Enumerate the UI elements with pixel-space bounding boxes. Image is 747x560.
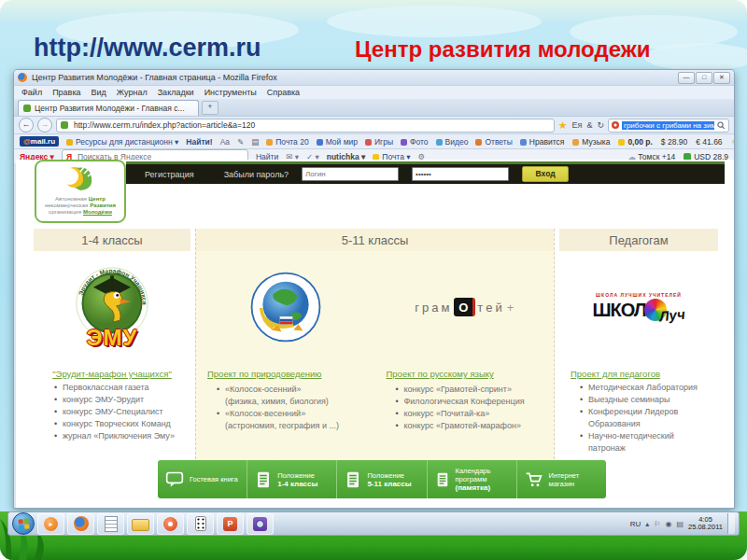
shkola-logo-main-text: ШКОЛ: [593, 300, 646, 321]
document-icon: [345, 470, 361, 489]
mailru-video-link[interactable]: Видео: [436, 137, 469, 147]
windows-logo-icon: [18, 518, 29, 529]
slide-title-text: Центр развития молодежи: [355, 36, 650, 63]
menu-history[interactable]: Журнал: [117, 88, 148, 97]
mailru-mail-link[interactable]: Почта 20: [266, 137, 308, 147]
cloud-shape: [327, 6, 542, 37]
shkola-luch-logo[interactable]: ШКОЛА ЛУЧШИХ УЧИТЕЛЕЙ ШКОЛ Луч: [559, 251, 718, 363]
calendar-nav-item[interactable]: Календарь программ(памятка): [428, 460, 517, 498]
video-icon: [436, 139, 443, 146]
music-widget[interactable]: Музыка: [572, 137, 610, 147]
new-tab-button[interactable]: +: [202, 101, 218, 115]
emu-logo-text: ЭМУ: [87, 325, 138, 351]
column-header: 5-11 классы: [196, 229, 554, 251]
envelope-icon: [266, 139, 273, 146]
firefox-taskbar-icon[interactable]: [67, 513, 94, 535]
extension-badge-1[interactable]: Ея: [572, 120, 583, 130]
volume-tray-icon[interactable]: ◉: [665, 520, 671, 528]
page-viewport: Регистрация Забыли пароль? Вход Автономн…: [16, 160, 734, 508]
pencil-tool-icon[interactable]: ✎: [237, 137, 244, 147]
password-field[interactable]: [412, 167, 509, 181]
search-box[interactable]: грибочки с грибами на зим: [608, 119, 729, 133]
bookmark-star-icon[interactable]: ★: [558, 119, 568, 132]
list-item-continuation: (астрономия, география и ...): [217, 420, 368, 432]
like-widget[interactable]: Нравится: [520, 137, 565, 147]
photo-icon: [401, 139, 407, 146]
forgot-password-link[interactable]: Забыли пароль?: [224, 170, 289, 179]
language-indicator[interactable]: RU: [630, 520, 641, 528]
mailru-photo-link[interactable]: Фото: [401, 137, 429, 147]
notepad-taskbar-icon[interactable]: [97, 513, 124, 535]
extension-badge-2[interactable]: &: [586, 120, 592, 130]
menu-help[interactable]: Справка: [267, 88, 300, 97]
list-item: конкурс ЭМУ-Специалист: [54, 406, 183, 418]
column-header: Педагогам: [559, 229, 718, 251]
mailru-answers-link[interactable]: Ответы: [475, 137, 512, 147]
rules-5-11-nav-item[interactable]: Положение5-11 классы: [337, 460, 427, 498]
mailru-myworld-link[interactable]: Мой мир: [317, 137, 358, 147]
folder-taskbar-icon[interactable]: [127, 513, 154, 535]
magnifier-icon[interactable]: [717, 121, 726, 130]
gramotey-logo[interactable]: грамОтей+: [375, 251, 555, 363]
teachers-project-link[interactable]: Проект для педагогов: [571, 369, 707, 379]
flag-tray-icon[interactable]: ⚐: [654, 520, 660, 528]
show-desktop-button[interactable]: [727, 513, 735, 534]
list-item: конкурс «Грамотей-марафон»: [396, 420, 547, 432]
guestbook-nav-item[interactable]: Гостевая книга: [158, 460, 247, 498]
rules-1-4-nav-item[interactable]: Положение1-4 классы: [247, 460, 337, 498]
mailru-brand-button[interactable]: @@mail.rumail.ru: [20, 136, 59, 147]
maximize-button[interactable]: □: [696, 72, 712, 84]
login-submit-button[interactable]: Вход: [522, 166, 569, 182]
tray-expand-icon[interactable]: ▴: [645, 520, 649, 528]
weather-widget[interactable]: ☀ Томск +14°C: [731, 137, 734, 147]
taskbar-clock[interactable]: 4:0525.08.2011: [688, 516, 723, 532]
register-link[interactable]: Регистрация: [145, 170, 194, 179]
nature-project-list: «Колосок-осенний» (физика, химия, биолог…: [196, 384, 375, 432]
site-logo-card[interactable]: АвтономнаяЦентр некоммерческаяРазвития о…: [35, 160, 126, 223]
shop-nav-item[interactable]: Интернет магазин: [517, 460, 606, 498]
browser-titlebar[interactable]: Центр Развития Молодёжи - Главная страни…: [14, 70, 734, 85]
site-header-bar: Регистрация Забыли пароль? Вход: [126, 161, 725, 184]
mailru-resources-dropdown[interactable]: Ресурсы для дистанционн ▾: [66, 137, 178, 147]
font-size-tool-icon[interactable]: Aa: [220, 137, 230, 147]
camera-taskbar-icon[interactable]: [247, 513, 274, 535]
russian-project-link[interactable]: Проект по русскому языку: [387, 369, 543, 379]
shopping-cart-icon: [525, 470, 543, 489]
search-selected-text[interactable]: грибочки с грибами на зим: [622, 121, 714, 130]
nature-project-link[interactable]: Проект по природоведению: [207, 369, 364, 379]
menu-view[interactable]: Вид: [92, 88, 106, 97]
menu-file[interactable]: Файл: [21, 88, 42, 97]
wallet-widget[interactable]: 0,00 р.: [618, 137, 652, 147]
login-field[interactable]: [302, 167, 399, 181]
menu-tools[interactable]: Инструменты: [204, 88, 257, 97]
music-icon: [572, 139, 579, 146]
address-input[interactable]: [72, 119, 550, 131]
document-icon: [435, 470, 450, 489]
page-tool-icon[interactable]: ▤: [251, 137, 259, 147]
logo-text-row: некоммерческаяРазвития: [36, 203, 124, 209]
list-item: Выездные семинары: [580, 394, 711, 406]
close-button[interactable]: ✕: [713, 72, 730, 84]
kolosok-globe-logo[interactable]: [247, 269, 324, 345]
russian-project-list: конкурс «Грамотей-спринт» Филологическая…: [375, 384, 555, 432]
mailru-games-link[interactable]: Игры: [365, 137, 393, 147]
menu-bookmarks[interactable]: Закладки: [158, 88, 194, 97]
erudit-marathon-link[interactable]: "Эрудит-марафон учащихся": [45, 369, 179, 379]
mailru-toolbar: @@mail.rumail.ru Ресурсы для дистанционн…: [14, 133, 734, 148]
powerpoint-taskbar-icon[interactable]: P: [217, 513, 244, 535]
active-tab[interactable]: Центр Развития Молодёжи - Главная с...: [18, 100, 199, 116]
browser-navbar: ← → ★ Ея & ↻ грибочки с грибами на зим: [14, 116, 734, 133]
menu-edit[interactable]: Правка: [52, 88, 80, 97]
reload-button[interactable]: ↻: [597, 120, 604, 130]
action-center-tray-icon[interactable]: ▤: [676, 520, 684, 528]
cerm-logo-icon: [62, 164, 99, 192]
address-bar[interactable]: [56, 119, 555, 133]
start-button[interactable]: [12, 512, 35, 535]
recorder-taskbar-icon[interactable]: [157, 513, 184, 535]
domino-taskbar-icon[interactable]: [187, 513, 214, 535]
back-button[interactable]: ←: [19, 118, 34, 133]
mailru-find-button[interactable]: Найти!: [186, 137, 212, 147]
minimize-button[interactable]: —: [678, 72, 695, 84]
media-player-taskbar-icon[interactable]: ▸: [37, 513, 64, 535]
forward-button[interactable]: →: [37, 118, 52, 133]
